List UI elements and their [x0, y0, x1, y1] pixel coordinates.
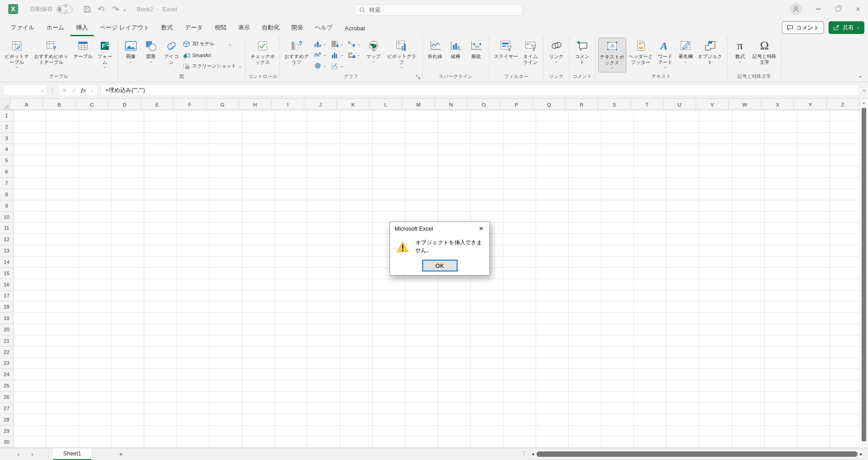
comments-button[interactable]: コメント [782, 21, 824, 34]
add-sheet-button[interactable]: ＋ [117, 450, 124, 459]
column-header-D[interactable]: D [108, 99, 141, 110]
cell-S21[interactable] [601, 335, 634, 347]
cell-Q16[interactable] [536, 279, 569, 291]
column-header-K[interactable]: K [337, 99, 370, 110]
cell-Y27[interactable] [797, 403, 830, 414]
cell-D10[interactable] [112, 212, 144, 223]
cell-O1[interactable] [471, 110, 503, 121]
cell-E22[interactable] [144, 347, 177, 358]
cell-Q17[interactable] [536, 291, 569, 302]
cell-P11[interactable] [503, 223, 536, 234]
cell-B18[interactable] [46, 301, 79, 313]
cell-H26[interactable] [242, 392, 275, 403]
cell-Z30[interactable] [830, 436, 859, 448]
cell-W26[interactable] [732, 392, 765, 403]
cell-D29[interactable] [112, 426, 144, 437]
cell-X19[interactable] [765, 313, 797, 324]
shapes-button[interactable]: 図形 ⌄ [141, 38, 161, 73]
cell-N16[interactable] [438, 279, 471, 291]
cell-P20[interactable] [503, 324, 536, 335]
cell-N1[interactable] [438, 110, 471, 121]
cell-U24[interactable] [667, 369, 699, 380]
cell-Z11[interactable] [830, 223, 859, 234]
cell-Y18[interactable] [797, 301, 830, 313]
cell-B17[interactable] [46, 291, 79, 302]
cell-K20[interactable] [340, 324, 373, 335]
cell-Z26[interactable] [830, 392, 859, 403]
cell-T8[interactable] [634, 189, 667, 200]
cell-T27[interactable] [634, 403, 667, 414]
cell-I4[interactable] [275, 144, 307, 155]
row-header-4[interactable]: 4 [0, 144, 14, 155]
cell-J20[interactable] [307, 324, 340, 335]
cell-D9[interactable] [112, 200, 144, 212]
cell-B7[interactable] [46, 178, 79, 189]
cell-H12[interactable] [242, 234, 275, 245]
menu-tab-2[interactable]: 挿入 [70, 19, 94, 36]
cell-P23[interactable] [503, 358, 536, 369]
cell-B15[interactable] [46, 268, 79, 279]
row-header-2[interactable]: 2 [0, 121, 14, 133]
cell-Y15[interactable] [797, 268, 830, 279]
cell-U25[interactable] [667, 380, 699, 392]
cell-J22[interactable] [307, 347, 340, 358]
cell-Q10[interactable] [536, 212, 569, 223]
object-button[interactable]: オブジェクト [696, 38, 724, 73]
row-header-24[interactable]: 24 [0, 369, 14, 380]
cell-O29[interactable] [471, 426, 503, 437]
cell-V27[interactable] [699, 403, 732, 414]
cell-H5[interactable] [242, 155, 275, 166]
cell-Y8[interactable] [797, 189, 830, 200]
cell-K22[interactable] [340, 347, 373, 358]
cell-Z14[interactable] [830, 257, 859, 268]
cell-H1[interactable] [242, 110, 275, 121]
cell-A22[interactable] [14, 347, 46, 358]
cell-H17[interactable] [242, 291, 275, 302]
cell-S20[interactable] [601, 324, 634, 335]
cell-K2[interactable] [340, 121, 373, 133]
row-header-26[interactable]: 26 [0, 392, 14, 403]
cell-R8[interactable] [569, 189, 601, 200]
cell-V16[interactable] [699, 279, 732, 291]
cell-G11[interactable] [210, 223, 242, 234]
cell-U22[interactable] [667, 347, 699, 358]
horizontal-scrollbar[interactable]: ◄ ► [530, 450, 864, 458]
cell-I26[interactable] [275, 392, 307, 403]
cell-U7[interactable] [667, 178, 699, 189]
chevron-down-icon[interactable]: ⌄ [91, 88, 94, 92]
cell-D5[interactable] [112, 155, 144, 166]
cell-Q18[interactable] [536, 301, 569, 313]
cell-E29[interactable] [144, 426, 177, 437]
cell-K18[interactable] [340, 301, 373, 313]
horizontal-scroll-thumb[interactable] [536, 451, 858, 457]
column-header-I[interactable]: I [272, 99, 304, 110]
formula-bar-grip-icon[interactable]: ⋮ [50, 87, 55, 93]
cell-O6[interactable] [471, 166, 503, 178]
cell-E1[interactable] [144, 110, 177, 121]
cell-T24[interactable] [634, 369, 667, 380]
cell-O9[interactable] [471, 200, 503, 212]
cell-I28[interactable] [275, 414, 307, 426]
cell-Y17[interactable] [797, 291, 830, 302]
column-header-H[interactable]: H [239, 99, 272, 110]
cell-G9[interactable] [210, 200, 242, 212]
cell-N23[interactable] [438, 358, 471, 369]
cell-N9[interactable] [438, 200, 471, 212]
cell-V25[interactable] [699, 380, 732, 392]
cell-X13[interactable] [765, 245, 797, 257]
cell-H27[interactable] [242, 403, 275, 414]
cell-T6[interactable] [634, 166, 667, 178]
cell-H11[interactable] [242, 223, 275, 234]
cell-G21[interactable] [210, 335, 242, 347]
cell-Q5[interactable] [536, 155, 569, 166]
row-header-17[interactable]: 17 [0, 291, 14, 302]
cell-O8[interactable] [471, 189, 503, 200]
cell-G22[interactable] [210, 347, 242, 358]
cell-G29[interactable] [210, 426, 242, 437]
cell-C20[interactable] [79, 324, 112, 335]
sparkline-column-button[interactable]: 縦棒 [446, 38, 466, 73]
cell-D27[interactable] [112, 403, 144, 414]
cell-G20[interactable] [210, 324, 242, 335]
cell-N19[interactable] [438, 313, 471, 324]
cell-K25[interactable] [340, 380, 373, 392]
